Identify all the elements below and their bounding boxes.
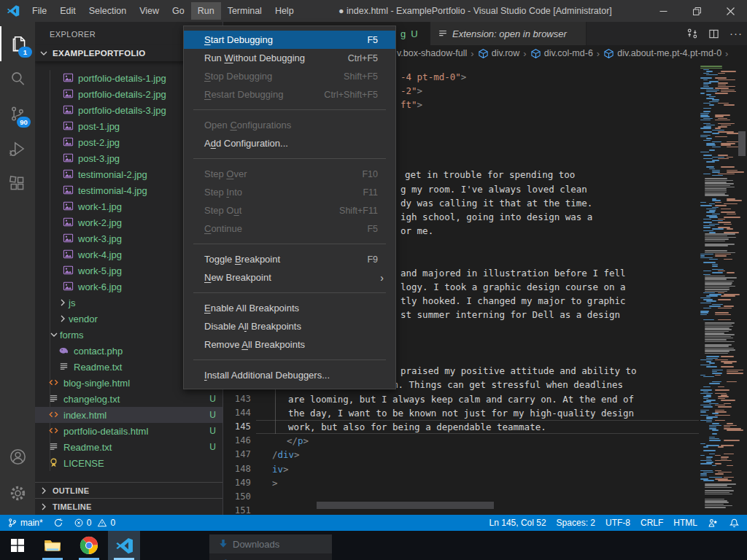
error-icon <box>74 518 84 528</box>
menu-item-remove-all-breakpoints[interactable]: Remove All Breakpoints <box>184 335 395 354</box>
cursor-position-status[interactable]: Ln 145, Col 52 <box>484 515 551 531</box>
extensions-icon[interactable] <box>0 166 35 201</box>
language-mode-status[interactable]: HTML <box>668 515 703 531</box>
menubar-item-edit[interactable]: Edit <box>53 2 82 20</box>
downloads-item[interactable]: Downloads <box>209 534 332 553</box>
menu-separator <box>193 359 386 360</box>
menu-item-start-debugging[interactable]: Start DebuggingF5 <box>184 31 395 49</box>
indentation-status[interactable]: Spaces: 2 <box>551 515 600 531</box>
menubar-item-go[interactable]: Go <box>166 2 191 20</box>
menu-item-add-configuration[interactable]: Add Configuration... <box>184 134 395 152</box>
code-line-145[interactable]: 145work, but also for being a dependable… <box>223 420 699 434</box>
code-line-143[interactable]: 143are looming, but I always keep calm a… <box>223 392 699 406</box>
chevron-down-icon <box>38 47 50 59</box>
menubar-item-file[interactable]: File <box>26 2 53 20</box>
git-branch-status[interactable]: main* <box>0 515 48 531</box>
eol-status[interactable]: CRLF <box>635 515 668 531</box>
menu-item-enable-all-breakpoints[interactable]: Enable All Breakpoints <box>184 299 395 317</box>
code-line-147[interactable]: 147/div> <box>223 448 699 462</box>
menu-item-install-additional-debuggers[interactable]: Install Additional Debuggers... <box>184 366 395 384</box>
menu-item-disable-all-breakpoints[interactable]: Disable All Breakpoints <box>184 317 395 335</box>
img-file-icon <box>63 265 74 276</box>
vertical-scrollbar-thumb[interactable] <box>738 131 746 156</box>
menubar-item-selection[interactable]: Selection <box>82 2 133 20</box>
breadcrumb-item[interactable]: div.row <box>478 48 520 59</box>
timeline-panel-header[interactable]: TIMELINE <box>35 498 222 515</box>
file-index-html[interactable]: index.htmlU <box>35 407 222 423</box>
list-icon <box>438 28 448 39</box>
menu-item-new-breakpoint[interactable]: New Breakpoint› <box>184 268 395 287</box>
menu-item-continue: ContinueF5 <box>184 219 395 238</box>
encoding-status[interactable]: UTF-8 <box>600 515 635 531</box>
settings-gear-icon[interactable] <box>0 475 35 510</box>
jump-list-fragment: Downloads Music <box>209 534 332 560</box>
close-button[interactable] <box>713 0 747 22</box>
music-item[interactable]: Music <box>209 555 332 560</box>
file-changelog-txt[interactable]: changelog.txtU <box>35 391 222 407</box>
notifications-bell-icon[interactable] <box>724 515 747 531</box>
file-portfolio-details-html[interactable]: portfolio-details.htmlU <box>35 423 222 439</box>
line-number: 147 <box>223 448 262 462</box>
minimize-button[interactable] <box>646 0 680 22</box>
menu-separator <box>193 292 386 293</box>
img-file-icon <box>63 249 74 260</box>
file-name: changelog.txt <box>63 394 120 405</box>
file-name: portfolio-details.html <box>63 426 148 437</box>
menubar-item-run[interactable]: Run <box>191 2 221 20</box>
file-name: Readme.txt <box>74 362 122 373</box>
vscode-taskbar-icon[interactable] <box>108 531 140 560</box>
txt-file-icon <box>58 361 70 373</box>
chevron-down-icon <box>48 329 60 341</box>
start-button[interactable] <box>1 531 34 560</box>
menu-item-run-without-debugging[interactable]: Run Without DebuggingCtrl+F5 <box>184 49 395 67</box>
menu-item-step-over: Step OverF10 <box>184 165 395 183</box>
sync-changes-button[interactable] <box>48 515 69 531</box>
menu-item-restart-debugging: Restart DebuggingCtrl+Shift+F5 <box>184 85 395 104</box>
file-explorer-taskbar-icon[interactable] <box>36 531 69 560</box>
tab-extension-open-in-browser[interactable]: Extension: open in browser <box>430 22 587 45</box>
line-number: 143 <box>223 392 262 406</box>
split-editor-icon[interactable] <box>708 28 719 39</box>
menubar-item-view[interactable]: View <box>133 2 166 20</box>
code-line-148[interactable]: 148iv> <box>223 462 699 476</box>
symbol-cube-icon <box>530 48 544 59</box>
more-actions-icon[interactable]: ··· <box>729 30 743 37</box>
menubar-item-terminal[interactable]: Terminal <box>221 2 268 20</box>
outline-panel-header[interactable]: OUTLINE <box>35 482 222 499</box>
restore-button[interactable] <box>680 0 713 22</box>
file-name: post-2.jpg <box>78 137 120 148</box>
file-license[interactable]: LICENSE <box>35 455 222 471</box>
code-line-144[interactable]: 144the day, I want to be known not just … <box>223 406 699 420</box>
window-title: ● index.html - ExamplePortfolio - Visual… <box>338 0 612 22</box>
license-file-icon <box>48 457 60 469</box>
run-debug-icon[interactable] <box>0 131 35 166</box>
img-file-icon <box>63 104 74 116</box>
txt-file-icon <box>48 393 60 405</box>
breadcrumb-item[interactable]: div.about-me.pt-4.pt-md-0 <box>603 48 721 59</box>
explorer-icon[interactable]: 1 <box>0 26 36 61</box>
search-icon[interactable] <box>0 61 35 96</box>
problems-status[interactable]: 0 0 <box>69 515 120 531</box>
open-changes-icon[interactable] <box>686 28 698 39</box>
file-readme-txt[interactable]: Readme.txtU <box>35 439 222 455</box>
horizontal-scrollbar-thumb[interactable] <box>317 502 494 509</box>
source-control-icon[interactable]: 90 <box>0 96 35 131</box>
symbol-cube-icon <box>478 48 492 59</box>
menubar-item-help[interactable]: Help <box>268 2 301 20</box>
code-line-146[interactable]: 146</p> <box>223 434 699 448</box>
line-number: 151 <box>223 504 262 515</box>
chevron-right-icon <box>57 297 69 308</box>
chrome-taskbar-icon[interactable] <box>73 531 105 560</box>
code-line-149[interactable]: 149> <box>223 476 699 490</box>
minimap[interactable] <box>699 61 737 515</box>
feedback-icon[interactable] <box>703 515 724 531</box>
file-name: work-5.jpg <box>78 265 122 276</box>
vertical-scrollbar[interactable] <box>737 61 747 515</box>
menu-item-toggle-breakpoint[interactable]: Toggle BreakpointF9 <box>184 250 395 268</box>
account-icon[interactable] <box>0 439 35 474</box>
vscode-logo-icon <box>7 4 20 18</box>
file-name: index.html <box>63 410 107 421</box>
source-control-badge: 90 <box>17 117 31 128</box>
breadcrumb-item[interactable]: div.col-md-6 <box>530 48 593 59</box>
breadcrumb-item[interactable]: v.box-shadow-full <box>397 48 467 58</box>
